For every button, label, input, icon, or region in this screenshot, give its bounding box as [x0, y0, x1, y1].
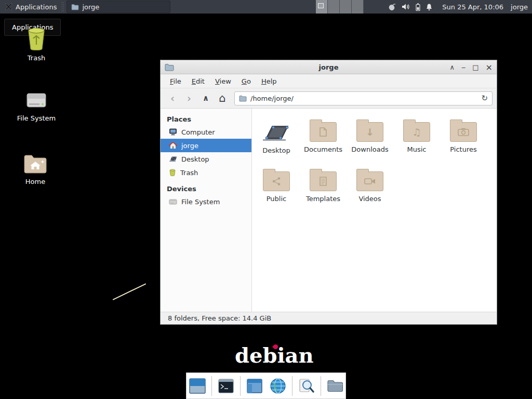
public-folder-icon	[263, 171, 290, 191]
dock-separator	[292, 376, 292, 396]
battery-icon[interactable]	[416, 3, 420, 11]
pathbar-folder-icon	[239, 95, 247, 102]
window-titlebar[interactable]: jorge ∧ ‒ □ ×	[161, 60, 497, 74]
workspace-3[interactable]	[340, 0, 352, 14]
sidebar-devices-header: Devices	[161, 182, 251, 195]
folder-item-music[interactable]: ♫ Music	[393, 116, 440, 165]
desktop-icon-label: File System	[17, 114, 56, 122]
download-arrow-glyph: ↓	[366, 127, 374, 137]
forward-button[interactable]: ›	[181, 91, 197, 105]
panel-preferences-launcher[interactable]	[245, 377, 264, 395]
file-manager-window: jorge ∧ ‒ □ × File Edit View Go Help ‹ ›…	[160, 60, 497, 325]
dock-separator	[211, 376, 212, 396]
sidebar-item-label: Computer	[181, 128, 215, 136]
folder-view: Desktop Documents ↓ Downloads ♫ Music	[252, 109, 497, 312]
folder-item-public[interactable]: Public	[253, 165, 300, 215]
panel-grip[interactable]	[61, 2, 65, 12]
filesystem-drive-icon	[25, 89, 48, 111]
notification-bell-icon[interactable]	[425, 3, 433, 11]
xfce-applications-icon	[4, 3, 12, 11]
desktop-icon-filesystem[interactable]: File System	[14, 89, 59, 122]
sidebar-item-desktop[interactable]: Desktop	[161, 152, 251, 166]
workspace-2[interactable]	[328, 0, 340, 14]
folder-item-label: Public	[267, 195, 286, 203]
taskbar-folder-icon	[71, 4, 79, 10]
panel-tray: Sun 25 Apr, 10:06 jorge	[388, 0, 532, 14]
sidebar-places-header: Places	[161, 113, 251, 125]
home-icon	[169, 142, 177, 149]
folder-item-pictures[interactable]: Pictures	[440, 116, 487, 165]
file-manager-launcher[interactable]	[326, 377, 344, 395]
back-button[interactable]: ‹	[165, 91, 180, 105]
workspace-1[interactable]	[316, 0, 328, 14]
app-finder-launcher[interactable]	[297, 377, 316, 395]
workspace-4[interactable]	[352, 0, 364, 14]
window-body: Places Computer jorge Desktop	[161, 109, 497, 312]
sidebar-item-filesystem[interactable]: File System	[161, 195, 251, 208]
documents-folder-icon	[310, 122, 337, 142]
folder-item-templates[interactable]: Templates	[300, 165, 347, 215]
sidebar-item-trash[interactable]: Trash	[161, 166, 251, 179]
folder-item-videos[interactable]: Videos	[347, 165, 393, 215]
user-desktop-icon	[262, 121, 291, 143]
pictures-folder-icon	[450, 122, 477, 142]
workspace-switcher[interactable]	[316, 0, 364, 14]
music-note-glyph: ♫	[412, 127, 421, 137]
menu-edit[interactable]: Edit	[187, 75, 210, 87]
folder-item-label: Pictures	[450, 145, 476, 153]
sidebar-item-label: File System	[181, 198, 220, 206]
sidebar-item-jorge[interactable]: jorge	[161, 139, 251, 152]
panel-user-label[interactable]: jorge	[511, 3, 528, 11]
folder-item-desktop[interactable]: Desktop	[253, 116, 300, 165]
input-device-icon[interactable]	[388, 3, 396, 11]
menu-view[interactable]: View	[210, 75, 236, 87]
music-folder-icon: ♫	[403, 122, 430, 142]
workspace-window-outline	[318, 3, 324, 8]
taskbar-window-label: jorge	[82, 3, 99, 11]
pen-stroke-artifact	[113, 283, 147, 300]
minimize-button[interactable]: ‒	[461, 60, 466, 74]
debian-wallpaper-logo: debian	[235, 343, 308, 367]
rollup-button[interactable]: ∧	[450, 60, 455, 74]
sidebar-item-label: Trash	[180, 169, 198, 177]
up-button[interactable]: ∧	[198, 91, 214, 105]
desktop-icon-trash[interactable]: Trash	[14, 27, 59, 62]
folder-item-label: Videos	[358, 195, 381, 203]
templates-folder-icon	[310, 171, 337, 191]
taskbar-window-button[interactable]: jorge	[66, 1, 170, 13]
drive-icon	[169, 198, 177, 205]
bottom-dock	[186, 373, 346, 399]
trash-icon	[25, 27, 47, 51]
applications-menu-button[interactable]: Applications	[0, 0, 61, 14]
menu-help[interactable]: Help	[256, 75, 282, 87]
sidebar-item-computer[interactable]: Computer	[161, 125, 251, 139]
terminal-launcher[interactable]	[217, 377, 235, 395]
menu-file[interactable]: File	[165, 75, 187, 87]
web-browser-launcher[interactable]	[269, 377, 287, 395]
reload-icon[interactable]: ↻	[481, 94, 488, 103]
status-text: 8 folders, Free space: 14.4 GiB	[168, 314, 271, 322]
computer-icon	[169, 128, 177, 136]
trash-small-icon	[169, 169, 176, 176]
show-desktop-launcher[interactable]	[188, 377, 207, 395]
dock-separator	[321, 376, 321, 396]
folder-item-downloads[interactable]: ↓ Downloads	[347, 116, 393, 165]
applications-menu-label: Applications	[16, 3, 57, 11]
maximize-button[interactable]: □	[472, 60, 478, 74]
volume-icon[interactable]	[402, 3, 410, 10]
folder-item-documents[interactable]: Documents	[300, 116, 347, 165]
desktop-icon-label: Home	[25, 178, 45, 185]
sidebar: Places Computer jorge Desktop	[161, 109, 252, 312]
folder-item-label: Downloads	[351, 145, 388, 153]
status-bar: 8 folders, Free space: 14.4 GiB	[161, 312, 497, 324]
menu-go[interactable]: Go	[236, 75, 256, 87]
panel-clock[interactable]: Sun 25 Apr, 10:06	[442, 3, 503, 11]
menu-bar: File Edit View Go Help	[161, 74, 497, 88]
home-button[interactable]: ⌂	[215, 91, 230, 105]
window-controls: ∧ ‒ □ ×	[450, 60, 493, 74]
close-button[interactable]: ×	[486, 60, 493, 74]
path-input[interactable]: /home/jorge/	[250, 95, 477, 102]
downloads-folder-icon: ↓	[356, 122, 383, 142]
path-bar[interactable]: /home/jorge/ ↻	[234, 91, 493, 105]
desktop-icon-home[interactable]: Home	[12, 153, 58, 185]
